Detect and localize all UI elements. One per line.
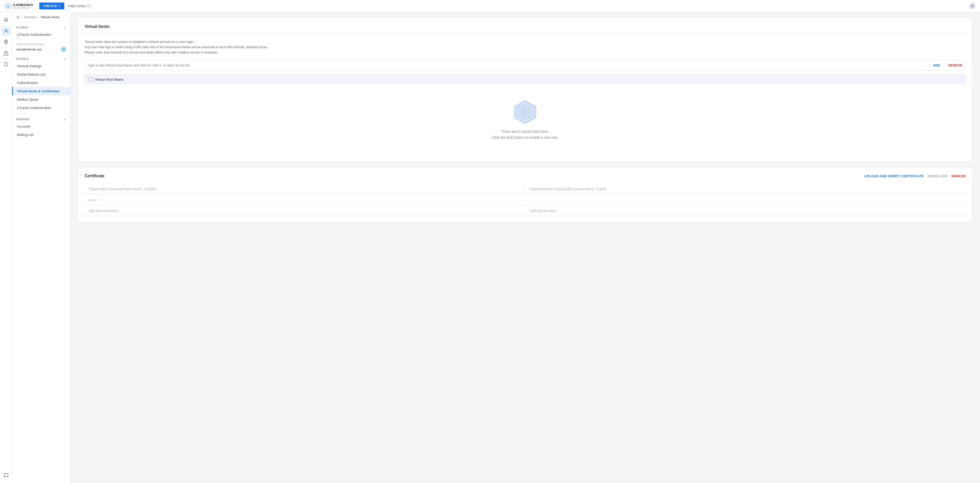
sidebar-details-header[interactable]: Details ▲ [12, 56, 70, 62]
domain-value: sampleserver.xyz 🌐 [16, 47, 66, 52]
sidebar-manage-header[interactable]: Manage ▲ [12, 116, 70, 122]
sidebar-item-virtual-hosts[interactable]: Virtual Hosts & Certificates [12, 87, 70, 95]
sidebar-home-icon[interactable] [2, 15, 11, 24]
create-button[interactable]: CREATE ▾ [39, 3, 64, 10]
sidebar-item-mailing-list[interactable]: Mailing List [12, 131, 70, 139]
vh-empty-text: There aren't virtual hosts here. Click t… [492, 129, 558, 140]
globe-icon[interactable]: 🌐 [61, 47, 66, 52]
svg-point-4 [5, 41, 6, 42]
account-icon[interactable] [969, 3, 976, 10]
sidebar-location-icon[interactable] [2, 38, 11, 47]
domain-label: I want to see this domain [16, 43, 66, 46]
vh-column-label: Virtual Host Name [95, 78, 123, 81]
upload-cert-button[interactable]: UPLOAD AND VERIFY CERTIFICATE [864, 174, 924, 178]
logo-sub: ADMIN PANEL [13, 7, 33, 9]
breadcrumb: / Domains / Virtual Hosts [12, 12, 70, 22]
chevron-up-icon-manage: ▲ [64, 118, 66, 121]
sidebar-global-section: Global ▲ 2-Factor-Authentication [12, 22, 70, 41]
domain-selector: I want to see this domain sampleserver.x… [12, 41, 70, 54]
breadcrumb-current: Virtual Hosts [41, 15, 59, 19]
topbar-right [969, 3, 976, 10]
vh-remove-button[interactable]: REMOVE [948, 64, 963, 67]
header-checkbox[interactable] [89, 77, 93, 81]
certificate-card: Certificate UPLOAD AND VERIFY CERTIFICAT… [78, 167, 972, 222]
sidebar-item-general-settings[interactable]: General Settings [12, 62, 70, 70]
sidebar-security-icon[interactable] [2, 49, 11, 58]
sidebar-manage-section: Manage ▲ Accounts Mailing List [12, 114, 70, 141]
chevron-down-icon: ▾ [59, 5, 60, 7]
svg-text:C: C [7, 5, 9, 7]
icon-sidebar [0, 12, 12, 483]
main-content: Virtual Hosts Virtual hosts allow the sy… [70, 12, 980, 483]
chevron-up-icon-details: ▲ [64, 57, 66, 61]
help-icon: ? [87, 4, 91, 8]
topbar: C CARBONIO ADMIN PANEL CREATE ▾ Help Cen… [0, 0, 980, 12]
sidebar-contacts-icon[interactable] [2, 26, 11, 35]
sidebar-item-global-address-list[interactable]: Global Address List [12, 70, 70, 79]
cert-actions: UPLOAD AND VERIFY CERTIFICATE DOWNLOAD R… [864, 174, 966, 178]
virtual-hosts-desc: Virtual hosts allow the system to establ… [84, 39, 966, 55]
cert-title: Certificate [84, 174, 104, 178]
cert-field-row-1: Subject Name (Canonical Name record - CN… [84, 183, 966, 194]
download-button[interactable]: DOWNLOAD [928, 174, 948, 178]
sidebar-shield-icon[interactable] [2, 60, 11, 69]
svg-point-3 [5, 29, 7, 31]
logo-text: CARBONIO [13, 3, 33, 7]
sidebar-item-2fa-details[interactable]: 2-Factor-Authentication [12, 104, 70, 112]
cert-field-subject-alt-name: Subject Alt Name (Fully Qualified Domain… [525, 183, 966, 194]
vh-table-header: Virtual Host Name [84, 75, 966, 84]
cert-field-valid-until: Valid until (not after) [525, 205, 966, 216]
virtual-hosts-title: Virtual Hosts [84, 24, 966, 29]
sidebar-chat-icon[interactable] [2, 471, 11, 480]
cert-field-valid-from: Valid from (not before) [84, 205, 525, 216]
sidebar-item-accounts[interactable]: Accounts [12, 122, 70, 131]
vh-input[interactable] [88, 61, 929, 70]
virtual-hosts-card: Virtual Hosts Virtual hosts allow the sy… [78, 18, 972, 161]
cert-header: Certificate UPLOAD AND VERIFY CERTIFICAT… [84, 174, 966, 178]
svg-point-2 [972, 5, 973, 6]
sidebar-details-section: Details ▲ General Settings Global Addres… [12, 54, 70, 114]
sidebar-item-mailbox-quota[interactable]: Mailbox Quota [12, 95, 70, 104]
cert-remove-button[interactable]: REMOVE [951, 174, 966, 178]
cert-fields: Subject Name (Canonical Name record - CN… [84, 183, 966, 216]
domain-name: sampleserver.xyz [16, 48, 41, 51]
cert-field-row-2: Issuer [84, 194, 966, 205]
vh-empty-state: There aren't virtual hosts here. Click t… [84, 84, 966, 155]
logo: C CARBONIO ADMIN PANEL [4, 2, 33, 10]
app-body: / Domains / Virtual Hosts Global ▲ 2-Fac… [0, 12, 980, 483]
cert-field-issuer: Issuer [84, 194, 966, 205]
sidebar-bottom [2, 471, 11, 480]
help-center-link[interactable]: Help Center ? [68, 4, 91, 8]
chevron-up-icon: ▲ [64, 26, 66, 29]
cert-field-row-3: Valid from (not before) Valid until (not… [84, 205, 966, 216]
sidebar-item-2fa-global[interactable]: 2-Factor-Authentication [12, 30, 70, 39]
cert-field-subject-name: Subject Name (Canonical Name record - CN… [84, 183, 525, 194]
svg-rect-5 [4, 53, 8, 55]
sidebar-global-header[interactable]: Global ▲ [12, 24, 70, 30]
nav-sidebar: / Domains / Virtual Hosts Global ▲ 2-Fac… [12, 12, 70, 483]
vh-input-row: ADD REMOVE [84, 60, 966, 70]
breadcrumb-domains[interactable]: Domains [24, 15, 37, 19]
sidebar-item-authentication[interactable]: Authentication [12, 79, 70, 87]
vh-add-button[interactable]: ADD [933, 64, 940, 67]
